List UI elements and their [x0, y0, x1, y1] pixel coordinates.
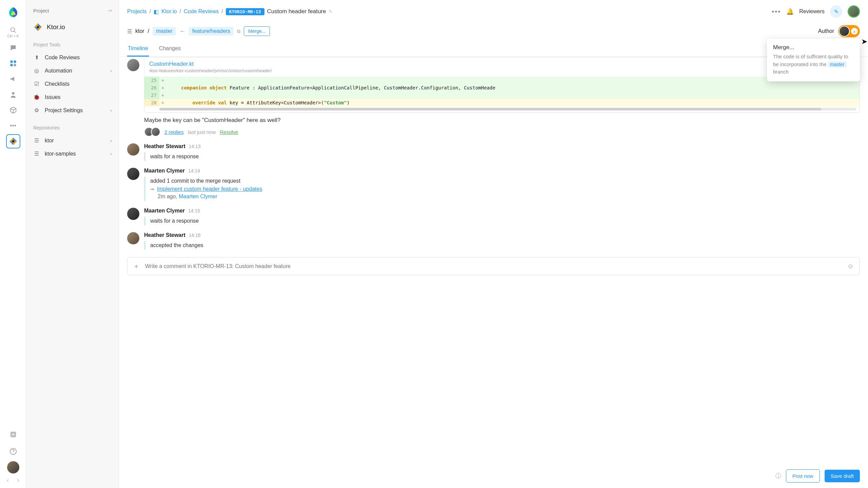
tab-timeline[interactable]: Timeline — [127, 43, 149, 57]
reviewer-avatar[interactable] — [848, 5, 860, 18]
event-author: Maarten Clymer — [144, 168, 185, 174]
comment-composer[interactable]: ＋ ☺ — [127, 257, 860, 275]
target-branch[interactable]: master — [153, 27, 176, 36]
post-now-button[interactable]: Post now — [786, 469, 820, 483]
mr-id-badge: KTORIO-MR-13 — [226, 8, 264, 15]
timeline-event: Heather Stewart14:16 accepted the change… — [127, 232, 860, 250]
comment-input[interactable] — [145, 263, 847, 269]
megaphone-icon[interactable] — [6, 72, 20, 86]
author-label: Author — [818, 28, 834, 34]
event-avatar[interactable] — [127, 168, 139, 180]
svg-rect-5 — [14, 64, 16, 66]
arrow-left-icon: ← — [179, 28, 185, 35]
breadcrumb-bar: Projects / ◧ Ktor.io / Code Reviews / KT… — [119, 0, 868, 20]
add-icon[interactable] — [6, 427, 20, 442]
collapse-icon[interactable]: ⇥ — [107, 7, 112, 14]
team-icon[interactable] — [6, 87, 20, 102]
more-actions-icon[interactable]: ••• — [772, 8, 781, 16]
nav-forward-icon[interactable]: › — [17, 476, 20, 484]
sidebar-item-settings[interactable]: ⚙Project Settings› — [26, 104, 119, 117]
emoji-icon[interactable]: ☺ — [847, 262, 854, 270]
reply-avatars[interactable] — [144, 127, 160, 137]
product-logo[interactable] — [7, 6, 19, 18]
commit-icon: ⊸ — [150, 186, 154, 192]
repo-list-icon: ☰ — [127, 28, 132, 35]
event-message: waits for a response — [144, 217, 860, 225]
commenter-avatar[interactable] — [127, 59, 139, 71]
add-attachment-icon[interactable]: ＋ — [133, 262, 140, 271]
svg-rect-20 — [37, 26, 39, 28]
chevron-right-icon: › — [110, 138, 112, 144]
popover-body: The code is of sufficient quality to be … — [773, 53, 854, 76]
code-scrollbar[interactable] — [159, 108, 856, 110]
code-comment-thread: CustomHeader.kt /ktor-features/ktor-cust… — [127, 57, 860, 137]
apps-icon[interactable] — [6, 56, 20, 70]
svg-point-0 — [11, 27, 15, 32]
repo-name: ktor — [135, 28, 144, 34]
project-icon-active[interactable] — [6, 134, 20, 148]
svg-rect-13 — [12, 140, 14, 142]
sidebar-repo-ktor-samples[interactable]: ☰ktor-samples› — [26, 147, 119, 160]
save-draft-button[interactable]: Save draft — [825, 470, 860, 482]
breadcrumb-project[interactable]: Ktor.io — [161, 8, 177, 15]
resolve-link[interactable]: Resolve — [220, 129, 238, 135]
commit-author-link[interactable]: Maarten Clymer — [179, 194, 217, 199]
cursor-icon: ➤ — [861, 37, 867, 46]
chevron-right-icon: › — [110, 107, 112, 114]
merge-button[interactable]: Merge... — [244, 26, 270, 36]
code-line-28: override val key = AttributeKey<CustomHe… — [166, 99, 860, 106]
sidebar-item-code-reviews[interactable]: ⬆Code Reviews — [26, 51, 119, 64]
tab-changes[interactable]: Changes — [158, 43, 181, 57]
repo-icon: ☰ — [33, 137, 40, 144]
sidebar-item-checklists[interactable]: ☑Checklists — [26, 77, 119, 90]
project-row[interactable]: Ktor.io — [26, 19, 119, 39]
source-branch[interactable]: feature/headers — [189, 27, 234, 36]
timeline-event: Maarten Clymer14:15 waits for a response — [127, 208, 860, 225]
edit-reviewers-button[interactable]: ✎ — [830, 5, 842, 18]
copy-icon[interactable]: ⧉ — [237, 28, 240, 34]
svg-point-6 — [12, 92, 14, 95]
event-avatar[interactable] — [127, 208, 139, 220]
timeline-event: Maarten Clymer14:14 added 1 commit to th… — [127, 168, 860, 201]
mr-title: Custom header feature — [267, 8, 326, 15]
breadcrumb-projects[interactable]: Projects — [127, 8, 147, 15]
sidebar-item-issues[interactable]: 🐞Issues — [26, 90, 119, 104]
event-avatar[interactable] — [127, 232, 139, 244]
left-rail: Ctrl + K ••• ‹ — [0, 0, 26, 488]
caret-up-icon[interactable]: ▲ — [851, 28, 858, 35]
svg-line-1 — [14, 31, 16, 33]
event-author: Heather Stewart — [144, 143, 185, 149]
bell-icon[interactable]: 🔔 — [786, 8, 794, 15]
timeline-content: CustomHeader.kt /ktor-features/ktor-cust… — [119, 57, 868, 464]
event-author: Heather Stewart — [144, 232, 185, 238]
search-icon[interactable]: Ctrl + K — [6, 25, 20, 39]
file-link[interactable]: CustomHeader.kt — [149, 61, 855, 67]
replies-meta: last just now — [188, 129, 216, 135]
branch-bar: ☰ ktor / master ← feature/headers ⧉ Merg… — [119, 20, 868, 41]
commit-link[interactable]: Implement custom header feature - update… — [157, 186, 262, 192]
chat-icon[interactable] — [6, 41, 20, 55]
checklist-icon: ☑ — [33, 81, 40, 87]
more-icon[interactable]: ••• — [6, 119, 20, 133]
timeline-event: Heather Stewart14:13 waits for a respons… — [127, 143, 860, 161]
breadcrumb-section[interactable]: Code Reviews — [184, 8, 219, 15]
user-avatar[interactable] — [7, 461, 19, 473]
popover-title: Merge... — [773, 44, 854, 51]
help-icon[interactable] — [6, 444, 20, 459]
edit-icon[interactable]: ✎ — [329, 9, 333, 14]
bug-icon: 🐞 — [33, 94, 40, 100]
nav-back-icon[interactable]: ‹ — [7, 476, 9, 484]
event-time: 14:14 — [188, 168, 200, 174]
author-status-pill[interactable]: ▲ — [838, 25, 860, 37]
event-avatar[interactable] — [127, 143, 139, 156]
event-time: 14:16 — [189, 232, 201, 238]
reviewers-label: Reviewers — [799, 8, 825, 15]
code-line-26: companion object Feature : ApplicationFe… — [166, 84, 860, 92]
upload-icon: ⬆ — [33, 54, 40, 61]
info-icon[interactable]: ⓘ — [775, 472, 781, 480]
replies-link[interactable]: 2 replies — [164, 129, 184, 135]
sidebar-item-automation[interactable]: ◎Automation› — [26, 64, 119, 77]
sidebar-repo-ktor[interactable]: ☰ktor› — [26, 134, 119, 147]
package-icon[interactable] — [6, 103, 20, 117]
breadcrumb-project-icon: ◧ — [154, 8, 159, 15]
